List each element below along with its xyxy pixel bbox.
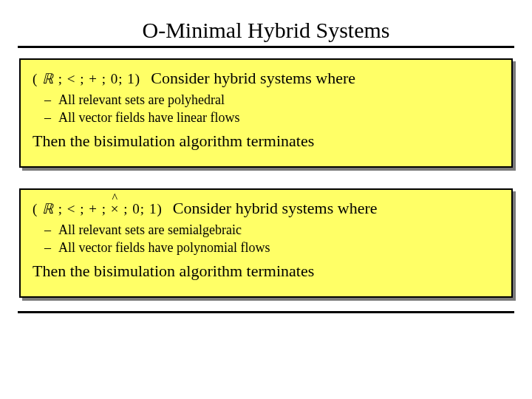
bullet-text: All vector fields have linear flows — [58, 109, 239, 126]
dash-icon: – — [44, 221, 51, 239]
bottom-divider — [18, 311, 514, 313]
panel-lead-text: Consider hybrid systems where — [151, 69, 355, 88]
panel-lead-row: ( ℝ ; < ; + ; 0; 1) Consider hybrid syst… — [33, 69, 499, 88]
slide: O-Minimal Hybrid Systems ( ℝ ; < ; + ; 0… — [0, 0, 532, 399]
panel-lead-row: ( ℝ ; < ; + ; × ; 0; 1) Consider hybrid … — [33, 199, 499, 218]
panel-body: ( ℝ ; < ; + ; × ; 0; 1) Consider hybrid … — [19, 188, 513, 298]
dash-icon: – — [44, 239, 51, 256]
bullet-text: All relevant sets are semialgebraic — [58, 221, 242, 239]
panel-lead-text: Consider hybrid systems where — [173, 199, 378, 218]
structure-formula: ( ℝ ; < ; + ; × ; 0; 1) — [33, 200, 163, 217]
dash-icon: – — [44, 109, 51, 126]
top-divider — [18, 46, 514, 48]
structure-formula: ( ℝ ; < ; + ; 0; 1) — [33, 70, 140, 87]
panel-conclusion: Then the bisimulation algorithm terminat… — [33, 132, 499, 151]
bullet-item: – All vector fields have polynomial flow… — [44, 239, 499, 256]
bullet-item: – All relevant sets are semialgebraic — [44, 221, 499, 239]
panel-conclusion: Then the bisimulation algorithm terminat… — [33, 262, 499, 281]
bullet-text: All vector fields have polynomial flows — [58, 239, 270, 256]
panel-bullets: – All relevant sets are semialgebraic – … — [44, 221, 499, 257]
theorem-panel-1: ( ℝ ; < ; + ; 0; 1) Consider hybrid syst… — [19, 58, 513, 168]
dash-icon: – — [44, 91, 51, 109]
bullet-item: – All relevant sets are polyhedral — [44, 91, 499, 109]
theorem-panel-2: ( ℝ ; < ; + ; × ; 0; 1) Consider hybrid … — [19, 188, 513, 298]
panel-body: ( ℝ ; < ; + ; 0; 1) Consider hybrid syst… — [19, 58, 513, 168]
panel-bullets: – All relevant sets are polyhedral – All… — [44, 91, 499, 127]
bullet-text: All relevant sets are polyhedral — [58, 91, 225, 109]
bullet-item: – All vector fields have linear flows — [44, 109, 499, 126]
slide-title: O-Minimal Hybrid Systems — [15, 18, 517, 43]
